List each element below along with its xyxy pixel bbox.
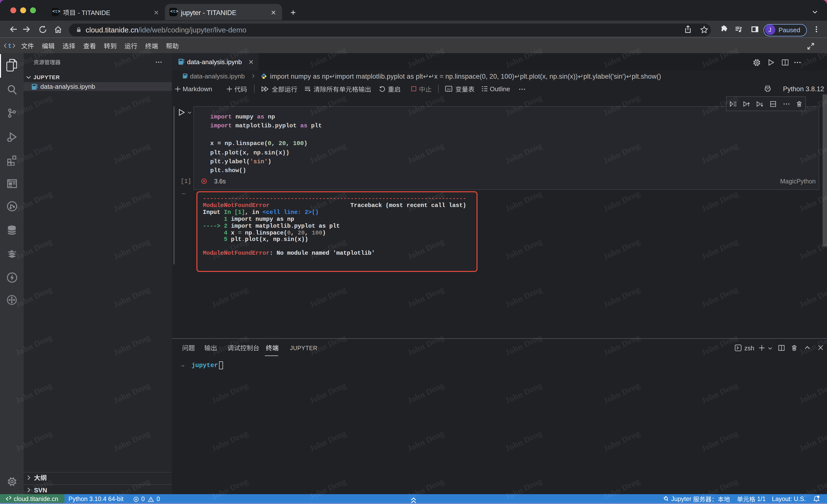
svg-text:(x): (x) [447,87,450,91]
